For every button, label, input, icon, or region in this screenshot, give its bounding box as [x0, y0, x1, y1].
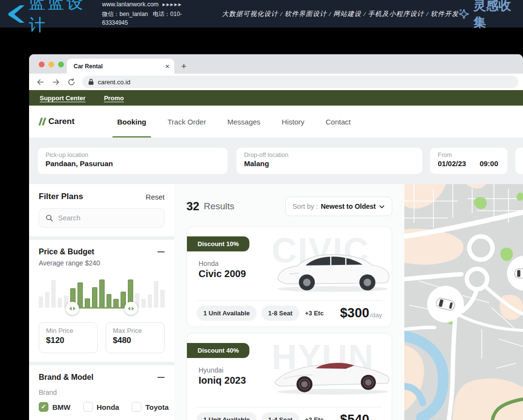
- price-budget-title: Price & Budget: [39, 248, 94, 256]
- discount-badge: Discount 40%: [187, 343, 249, 358]
- car-photo-sportscar: [271, 347, 392, 397]
- max-price-field[interactable]: Max Price $480: [106, 322, 165, 353]
- average-range-text: Average range $240: [39, 259, 165, 267]
- price-value: $300: [340, 306, 369, 321]
- max-price-label: Max Price: [113, 327, 157, 334]
- car-marker[interactable]: [427, 286, 464, 323]
- collect-logo: 灵感收集: [459, 0, 516, 31]
- reload-icon[interactable]: [67, 78, 76, 86]
- tab-close-icon[interactable]: ×: [165, 62, 169, 70]
- filter-search-input[interactable]: Search: [39, 208, 165, 228]
- site-topbar: Support Center Promo: [29, 90, 523, 106]
- brand-option-label: BMW: [52, 403, 71, 411]
- dropoff-location-label: Drop-off location: [244, 152, 415, 158]
- dropoff-location-field[interactable]: Drop-off location Malang: [236, 148, 422, 174]
- card-divider: [197, 300, 382, 301]
- from-label: From: [438, 152, 500, 158]
- units-pill: 1 Unit Available: [197, 306, 257, 321]
- to-datetime-field[interactable]: T 0: [515, 148, 523, 174]
- price-value: $540: [340, 412, 369, 420]
- checkbox-icon[interactable]: [132, 402, 141, 412]
- car-model: Ioniq 2023: [199, 375, 246, 386]
- browser-window: Car Rental × + carent.co.id: [29, 54, 523, 420]
- nav-item-track-order[interactable]: Track Order: [168, 106, 206, 138]
- units-pill: 1 Unit Available: [197, 412, 257, 420]
- site-nav: Carent Booking Track Order Messages Hist…: [29, 106, 523, 138]
- brand-group-label: Brand: [39, 389, 165, 396]
- collapse-minus-icon[interactable]: [157, 251, 165, 253]
- etc-label[interactable]: +3 Etc: [305, 310, 324, 317]
- etc-label[interactable]: +3 Etc: [305, 416, 324, 420]
- results-panel: 32 Results Sort by : Newest to Oldest CI…: [174, 184, 404, 420]
- car-card-civic[interactable]: CIVIC Discount 10% Honda Civic 2009: [186, 226, 392, 327]
- brand-option[interactable]: Honda: [83, 402, 120, 412]
- carent-logo-icon: [40, 118, 45, 125]
- collapse-minus-icon[interactable]: [157, 377, 165, 378]
- url-text: carent.co.id: [98, 78, 130, 86]
- pickup-location-label: Pick-up location: [46, 152, 220, 158]
- range-handle-min[interactable]: [66, 302, 79, 315]
- brand-option[interactable]: Toyota: [132, 402, 169, 412]
- promo-link[interactable]: Promo: [104, 94, 124, 102]
- nav-menu: Booking Track Order Messages History Con…: [117, 106, 351, 138]
- sort-value: Newest to Oldest: [321, 202, 376, 210]
- banner-contact: www.lanlanwork.com ▶▶▶▶▶ 微信：ben_lanlan 电…: [102, 0, 193, 28]
- checkbox-icon[interactable]: [83, 402, 93, 412]
- checkbox-icon[interactable]: [39, 402, 48, 412]
- pickup-location-field[interactable]: Pick-up location Pandaan, Pasuruan: [38, 148, 228, 174]
- dropoff-location-value: Malang: [244, 159, 269, 168]
- url-bar[interactable]: carent.co.id: [82, 76, 518, 88]
- pickup-location-value: Pandaan, Pasuruan: [46, 159, 113, 168]
- booking-search-strip: Pick-up location Pandaan, Pasuruan Drop-…: [29, 138, 523, 184]
- window-controls[interactable]: [39, 62, 64, 67]
- card-divider: [197, 407, 382, 407]
- histogram-bar: [39, 296, 43, 308]
- nav-item-contact[interactable]: Contact: [326, 106, 351, 138]
- new-tab-button[interactable]: +: [181, 62, 186, 71]
- histogram-bar: [148, 295, 152, 308]
- sparkle-star-icon: [459, 8, 469, 20]
- browser-tab[interactable]: Car Rental ×: [67, 59, 174, 74]
- maximize-window-button[interactable]: [58, 62, 64, 67]
- nav-item-history[interactable]: History: [282, 106, 305, 138]
- forward-icon[interactable]: [51, 78, 60, 86]
- support-center-link[interactable]: Support Center: [40, 94, 86, 102]
- car-brand: Honda: [199, 260, 218, 267]
- screenshot-stage: 蓝蓝设计 www.lanlanwork.com ▶▶▶▶▶ 微信：ben_lan…: [0, 0, 523, 420]
- histogram-bar: [58, 298, 62, 308]
- map-image[interactable]: [404, 184, 523, 420]
- sort-prefix: Sort by :: [292, 202, 318, 210]
- range-handle-max[interactable]: [124, 302, 138, 315]
- filters-sidebar: Filter Plans Reset Search Price & Bud: [29, 184, 174, 420]
- card-footer: 1 Unit Available 1-8 Seat +3 Etc $300/da…: [197, 306, 382, 321]
- minimize-window-button[interactable]: [48, 62, 54, 67]
- sort-dropdown[interactable]: Sort by : Newest to Oldest: [285, 197, 392, 216]
- price-histogram: [39, 278, 165, 308]
- reset-filters-button[interactable]: Reset: [146, 193, 165, 201]
- min-price-label: Min Price: [46, 327, 91, 334]
- histogram-bar: [160, 290, 165, 308]
- nav-item-messages[interactable]: Messages: [227, 106, 260, 138]
- min-price-field[interactable]: Min Price $120: [39, 322, 98, 353]
- histogram-bar: [154, 281, 158, 308]
- banner-wechat: 微信：ben_lanlan: [102, 11, 148, 17]
- map-panel[interactable]: [404, 184, 523, 420]
- close-window-button[interactable]: [39, 62, 45, 67]
- brand-option[interactable]: BMW: [39, 402, 71, 412]
- results-count-label: Results: [204, 201, 234, 212]
- nav-item-booking[interactable]: Booking: [117, 106, 146, 138]
- histogram-bar: [113, 299, 119, 308]
- banner-website: www.lanlanwork.com: [102, 0, 159, 9]
- car-card-ioniq[interactable]: HYUN Discount 40% Hyundai Ioniq 2023: [186, 333, 392, 420]
- from-datetime-field[interactable]: From 01/02/23 09:00: [430, 148, 508, 174]
- back-icon[interactable]: [36, 78, 45, 86]
- search-icon: [46, 214, 53, 222]
- from-date-value: 01/02/23: [438, 159, 466, 168]
- carent-logo[interactable]: Carent: [40, 117, 117, 126]
- carent-logo-text: Carent: [48, 117, 75, 126]
- brand-model-section: Brand & Model Brand BMW Honda: [29, 365, 174, 420]
- filter-plans-section: Filter Plans Reset Search: [29, 184, 174, 236]
- collect-logo-text: 灵感收集: [474, 0, 517, 31]
- seats-pill: 1-4 Seat: [262, 412, 299, 420]
- brand-model-title: Brand & Model: [39, 373, 93, 382]
